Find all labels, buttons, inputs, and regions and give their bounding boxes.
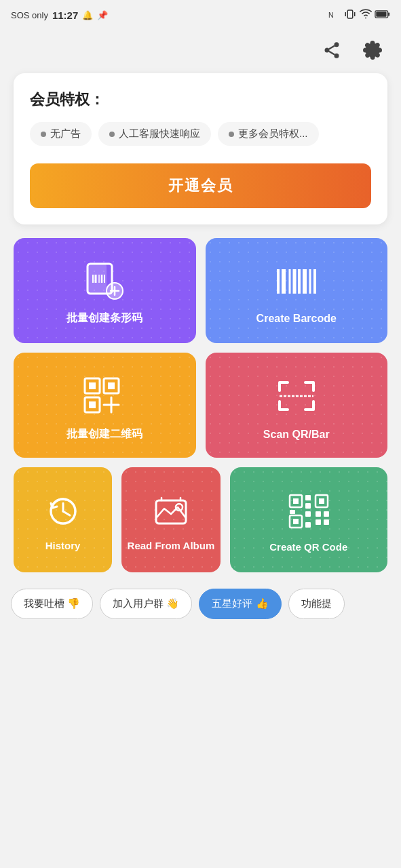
five-star-button[interactable]: 五星好评 👍 (199, 589, 281, 619)
svg-rect-55 (305, 511, 311, 517)
scan-qr-label: Scan QR/Bar (263, 429, 330, 441)
status-time: 11:27 (52, 9, 78, 21)
batch-barcode-card[interactable]: 批量创建条形码 (14, 238, 196, 343)
read-album-card[interactable]: Read From Album (121, 467, 220, 572)
perk-customer-service-label: 人工客服快速响应 (119, 127, 200, 140)
svg-rect-53 (305, 495, 311, 500)
history-card[interactable]: History (14, 467, 112, 572)
svg-rect-59 (324, 511, 329, 517)
svg-rect-60 (316, 519, 321, 525)
status-left: SOS only 11:27 🔔 📌 (11, 9, 108, 21)
complain-button[interactable]: 我要吐槽 👎 (11, 589, 93, 619)
create-qr-card[interactable]: Create QR Code (230, 467, 387, 572)
read-album-icon (153, 494, 189, 532)
feature-grid: 批量创建条形码 Create Barcode (0, 238, 401, 458)
perk-customer-service: 人工客服快速响应 (98, 122, 211, 146)
batch-qr-label: 批量创建二维码 (66, 427, 142, 441)
svg-point-7 (335, 42, 339, 47)
create-barcode-label: Create Barcode (256, 313, 337, 325)
member-perks: 无广告 人工客服快速响应 更多会员特权... (30, 122, 371, 146)
svg-rect-56 (305, 522, 311, 528)
scan-qr-icon (273, 376, 320, 419)
battery-icon (375, 9, 390, 21)
batch-qr-icon (81, 374, 128, 418)
perk-dot-3 (229, 132, 234, 137)
batch-barcode-icon (81, 261, 128, 302)
svg-rect-54 (305, 503, 311, 509)
batch-qr-card[interactable]: 批量创建二维码 (14, 353, 196, 458)
svg-line-42 (63, 511, 70, 515)
bottom-card-row: History Read From Album (0, 467, 401, 572)
read-album-label: Read From Album (128, 540, 215, 551)
vibrate-icon (344, 8, 356, 22)
bell-icon: 🔔 (82, 10, 93, 20)
svg-rect-14 (88, 264, 107, 294)
perk-dot (41, 132, 46, 137)
join-group-button[interactable]: 加入用户群 👋 (100, 589, 192, 619)
svg-rect-6 (376, 12, 386, 17)
svg-line-11 (329, 46, 335, 50)
status-bar: SOS only 11:27 🔔 📌 N (0, 0, 401, 30)
svg-text:N: N (328, 10, 334, 18)
create-qr-label: Create QR Code (269, 541, 347, 553)
pin-icon: 📌 (97, 10, 108, 20)
svg-rect-57 (290, 510, 295, 514)
bottom-action-bar: 我要吐槽 👎 加入用户群 👋 五星好评 👍 功能提 (0, 572, 401, 633)
member-card: 会员特权： 无广告 人工客服快速响应 更多会员特权... 开通会员 (14, 73, 387, 224)
batch-barcode-label: 批量创建条形码 (66, 311, 142, 326)
open-member-button[interactable]: 开通会员 (30, 163, 371, 208)
svg-rect-50 (293, 519, 299, 524)
svg-line-10 (329, 52, 335, 55)
svg-rect-1 (347, 10, 353, 18)
perk-more-label: 更多会员特权... (238, 127, 308, 140)
svg-rect-36 (89, 401, 96, 408)
svg-rect-32 (89, 382, 96, 389)
svg-rect-5 (388, 12, 389, 16)
history-label: History (45, 540, 81, 551)
svg-point-9 (335, 54, 339, 58)
svg-rect-48 (293, 498, 299, 504)
status-right: N (328, 8, 390, 22)
feature-button[interactable]: 功能提 (288, 589, 345, 619)
svg-rect-58 (316, 511, 321, 517)
svg-point-8 (325, 48, 330, 53)
perk-dot-2 (109, 132, 115, 137)
svg-rect-34 (108, 382, 115, 389)
perk-no-ads-label: 无广告 (50, 127, 81, 140)
wifi-icon (360, 8, 372, 22)
nfc-icon: N (328, 8, 341, 22)
history-icon (45, 494, 81, 532)
scan-qr-card[interactable]: Scan QR/Bar (206, 353, 388, 458)
perk-no-ads: 无广告 (30, 122, 92, 146)
perk-more: 更多会员特权... (218, 122, 319, 146)
top-actions (0, 30, 401, 71)
svg-rect-61 (324, 519, 329, 525)
create-barcode-card[interactable]: Create Barcode (206, 238, 388, 343)
member-title: 会员特权： (30, 90, 371, 110)
create-qr-icon (287, 492, 330, 533)
svg-rect-52 (319, 498, 324, 504)
settings-button[interactable] (358, 35, 387, 65)
create-barcode-icon (273, 262, 320, 303)
sos-text: SOS only (11, 10, 48, 20)
share-button[interactable] (317, 35, 347, 65)
